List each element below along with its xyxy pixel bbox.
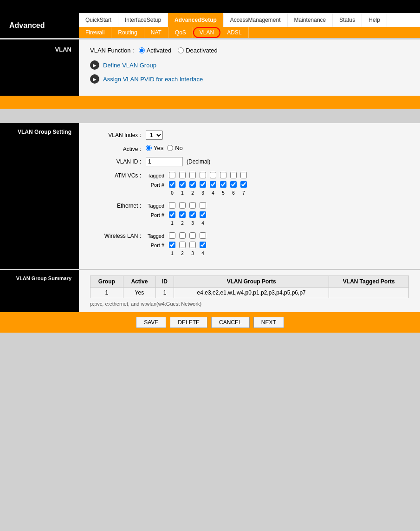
atm-tagged-6[interactable] — [228, 171, 239, 180]
wlan-port-cb-4[interactable] — [200, 242, 206, 248]
wlan-port-3[interactable] — [187, 241, 198, 250]
atm-port-cb-0[interactable] — [169, 181, 175, 188]
wlan-port-1[interactable] — [167, 241, 177, 250]
wlan-port-cb-3[interactable] — [189, 242, 196, 248]
active-yes-option[interactable]: Yes — [146, 144, 163, 151]
wlan-tagged-4[interactable] — [198, 231, 208, 241]
save-button[interactable]: SAVE — [136, 317, 166, 328]
eth-port-4[interactable] — [198, 210, 208, 220]
atm-port-4[interactable] — [208, 180, 218, 190]
nav-quick-start[interactable]: Quick Start — [79, 13, 118, 27]
assign-pvid-arrow[interactable]: ▶ — [90, 74, 99, 84]
active-yes-radio[interactable] — [146, 145, 152, 151]
atm-tagged-7[interactable] — [239, 171, 249, 180]
assign-pvid-link[interactable]: Assign VLAN PVID for each Interface — [103, 76, 203, 83]
atm-tagged-2[interactable] — [187, 171, 198, 180]
eth-port-3[interactable] — [187, 210, 198, 220]
eth-tagged-cb-4[interactable] — [200, 202, 206, 209]
atm-tagged-4[interactable] — [208, 171, 218, 180]
active-row: Active : Yes No — [90, 144, 409, 152]
define-vlan-arrow[interactable]: ▶ — [90, 60, 99, 70]
define-vlan-link[interactable]: Define VLAN Group — [103, 62, 156, 69]
atm-tagged-cb-5[interactable] — [220, 172, 226, 178]
nav-access-management[interactable]: Access Management — [224, 13, 288, 27]
vlan-id-input[interactable] — [146, 157, 183, 166]
atm-port-cb-2[interactable] — [189, 181, 196, 188]
activated-radio[interactable] — [139, 47, 145, 53]
deactivated-option[interactable]: Deactivated — [178, 47, 218, 54]
atm-tagged-5[interactable] — [218, 171, 228, 180]
atm-port-5[interactable] — [218, 180, 228, 190]
wlan-tagged-2[interactable] — [177, 231, 187, 241]
atm-port-7[interactable] — [239, 180, 249, 190]
eth-port-1[interactable] — [167, 210, 177, 220]
next-button[interactable]: NEXT — [253, 317, 284, 328]
eth-port-cb-3[interactable] — [189, 211, 196, 218]
cancel-button[interactable]: CANCEL — [211, 317, 250, 328]
atm-port-1[interactable] — [177, 180, 187, 190]
eth-port-cb-4[interactable] — [200, 211, 206, 218]
wlan-port-row: Port # — [146, 241, 208, 250]
atm-tagged-cb-4[interactable] — [210, 172, 216, 178]
vlan-index-select[interactable]: 1 2 3 4 — [146, 131, 163, 140]
wlan-tagged-cb-3[interactable] — [189, 232, 196, 239]
atm-tagged-cb-3[interactable] — [200, 172, 206, 178]
atm-port-6[interactable] — [228, 180, 239, 190]
atm-tagged-cb-7[interactable] — [240, 172, 247, 178]
wlan-port-4[interactable] — [198, 241, 208, 250]
wlan-port-cb-1[interactable] — [169, 242, 175, 248]
active-no-option[interactable]: No — [167, 144, 183, 151]
wlan-port-2[interactable] — [177, 241, 187, 250]
subnav-routing[interactable]: Routing — [111, 27, 144, 38]
atm-port-3[interactable] — [198, 180, 208, 190]
atm-port-cb-5[interactable] — [220, 181, 226, 188]
atm-tagged-cb-2[interactable] — [189, 172, 196, 178]
nav-advanced-setup[interactable]: Advanced Setup — [168, 13, 224, 27]
activated-option[interactable]: Activated — [139, 47, 171, 54]
wlan-tagged-cb-1[interactable] — [169, 232, 175, 239]
atm-tagged-cb-6[interactable] — [230, 172, 237, 178]
atm-port-cb-1[interactable] — [179, 181, 186, 188]
nav-maintenance[interactable]: Maintenance — [288, 13, 333, 27]
eth-port-cb-2[interactable] — [179, 211, 186, 218]
eth-tagged-4[interactable] — [198, 201, 208, 210]
atm-port-2[interactable] — [187, 180, 198, 190]
active-no-radio[interactable] — [167, 145, 173, 151]
atm-tagged-cb-0[interactable] — [169, 172, 175, 178]
eth-tagged-cb-3[interactable] — [189, 202, 196, 209]
wlan-port-cb-2[interactable] — [179, 242, 186, 248]
subnav-firewall[interactable]: Firewall — [79, 27, 111, 38]
subnav-adsl[interactable]: ADSL — [220, 27, 248, 38]
atm-tagged-cb-1[interactable] — [179, 172, 186, 178]
eth-port-2[interactable] — [177, 210, 187, 220]
eth-tagged-3[interactable] — [187, 201, 198, 210]
atm-tagged-1[interactable] — [177, 171, 187, 180]
atm-port-0[interactable] — [167, 180, 177, 190]
wlan-tagged-cb-4[interactable] — [200, 232, 206, 239]
wlan-tagged-cb-2[interactable] — [179, 232, 186, 239]
delete-button[interactable]: DELETE — [170, 317, 207, 328]
eth-tagged-1[interactable] — [167, 201, 177, 210]
subnav-vlan[interactable]: VLAN — [193, 27, 220, 38]
nav-help[interactable]: Help — [362, 13, 387, 27]
atm-tagged-3[interactable] — [198, 171, 208, 180]
atm-port-cb-3[interactable] — [200, 181, 206, 188]
nav-interface-setup[interactable]: Interface Setup — [118, 13, 168, 27]
subnav-qos[interactable]: QoS — [168, 27, 193, 38]
nav-status[interactable]: Status — [333, 13, 362, 27]
eth-tagged-2[interactable] — [177, 201, 187, 210]
subnav-nat[interactable]: NAT — [144, 27, 168, 38]
deactivated-radio[interactable] — [178, 47, 184, 53]
wireless-table-wrap: Tagged Port # — [146, 231, 208, 257]
eth-tagged-cb-1[interactable] — [169, 202, 175, 209]
atm-port-cb-4[interactable] — [210, 181, 216, 188]
atm-port-cb-6[interactable] — [230, 181, 237, 188]
eth-tagged-cb-2[interactable] — [179, 202, 186, 209]
action-bar: SAVE DELETE CANCEL NEXT — [0, 312, 420, 333]
active-field: Yes No — [146, 144, 183, 151]
eth-port-cb-1[interactable] — [169, 211, 175, 218]
atm-tagged-0[interactable] — [167, 171, 177, 180]
atm-port-cb-7[interactable] — [240, 181, 247, 188]
wlan-tagged-3[interactable] — [187, 231, 198, 241]
wlan-tagged-1[interactable] — [167, 231, 177, 241]
